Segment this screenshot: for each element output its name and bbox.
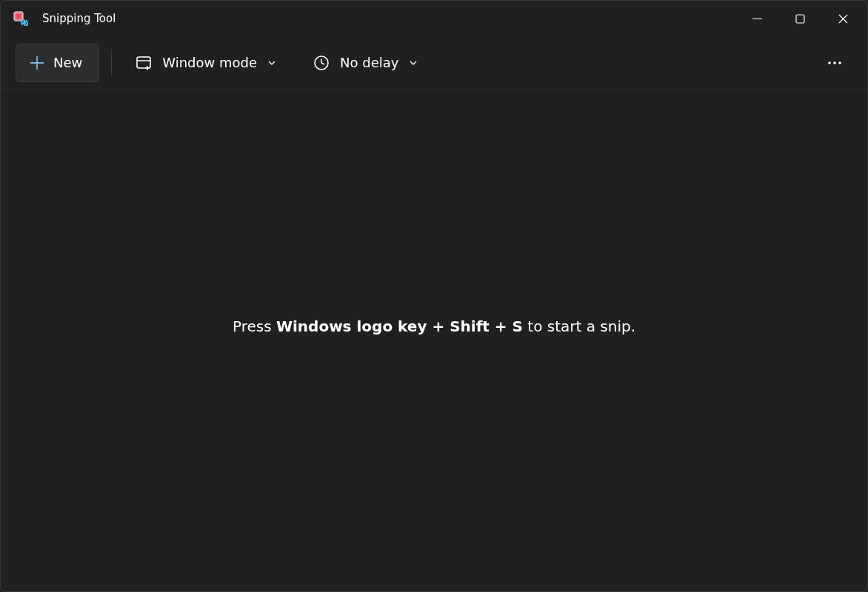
minimize-icon <box>752 14 762 24</box>
svg-point-19 <box>828 61 831 64</box>
titlebar: Snipping Tool <box>1 1 867 36</box>
close-icon <box>838 14 848 24</box>
toolbar: New Window mode No delay <box>1 36 867 90</box>
delay-dropdown-label: No delay <box>340 55 398 70</box>
mode-dropdown-label: Window mode <box>162 55 257 70</box>
hint-text: Press Windows logo key + Shift + S to st… <box>233 317 635 335</box>
close-button[interactable] <box>821 2 864 35</box>
mode-dropdown[interactable]: Window mode <box>125 44 287 82</box>
toolbar-divider <box>111 50 112 76</box>
content-area: Press Windows logo key + Shift + S to st… <box>1 90 867 592</box>
maximize-icon <box>795 14 805 24</box>
more-icon <box>827 55 843 71</box>
new-button[interactable]: New <box>16 44 99 82</box>
svg-rect-12 <box>137 57 150 68</box>
svg-line-18 <box>321 63 324 64</box>
app-icon <box>13 10 29 27</box>
hint-shortcut: Windows logo key + Shift + S <box>276 317 523 335</box>
hint-suffix: to start a snip. <box>523 317 635 335</box>
window-mode-icon <box>136 55 152 71</box>
plus-icon <box>30 56 44 70</box>
svg-point-20 <box>833 61 836 64</box>
window-title: Snipping Tool <box>42 12 116 25</box>
maximize-button[interactable] <box>778 2 821 35</box>
svg-point-21 <box>838 61 841 64</box>
delay-dropdown[interactable]: No delay <box>303 44 428 82</box>
minimize-button[interactable] <box>735 2 778 35</box>
chevron-down-icon <box>267 58 276 67</box>
clock-icon <box>313 55 330 71</box>
new-button-label: New <box>53 55 82 70</box>
more-button[interactable] <box>817 45 852 81</box>
svg-rect-7 <box>796 15 804 23</box>
hint-prefix: Press <box>233 317 276 335</box>
chevron-down-icon <box>409 58 418 67</box>
